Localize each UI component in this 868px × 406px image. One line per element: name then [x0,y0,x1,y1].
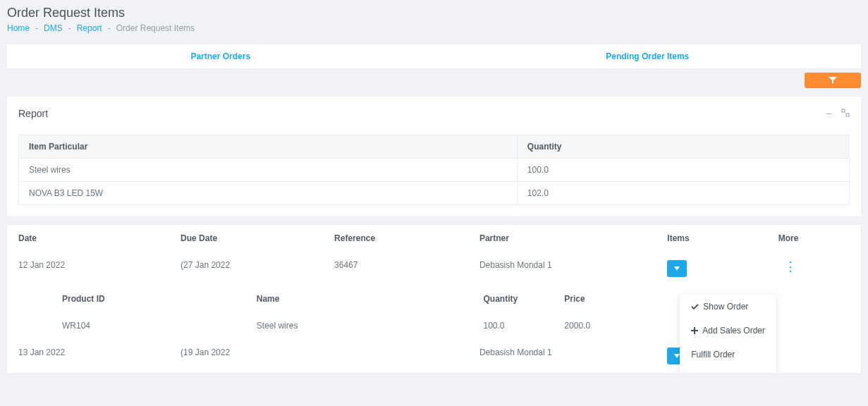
col-reference: Reference [323,225,468,252]
report-title: Report [18,108,48,119]
report-table: Item Particular Quantity Steel wires 100… [18,135,850,205]
cell-product-id: WR104 [51,312,245,339]
cell-date: 12 Jan 2022 [7,252,169,285]
col-item-particular: Item Particular [19,135,518,159]
breadcrumb-sep: - [68,23,71,33]
filter-button[interactable] [805,73,861,88]
menu-add-sales-order[interactable]: Add Sales Order [680,319,776,343]
menu-fulfill-order[interactable]: Fulfill Order [680,343,776,367]
table-row: Steel wires 100.0 [19,159,850,182]
col-qty: Quantity [472,285,553,312]
tab-partner-orders[interactable]: Partner Orders [7,44,434,68]
more-menu-button[interactable]: ⋮ [778,257,802,276]
menu-show-order[interactable]: Show Order [680,295,776,319]
menu-label: Fulfill Order [691,350,735,359]
cell-item: Steel wires [19,159,518,182]
svg-marker-0 [829,77,837,84]
table-row: 12 Jan 2022 (27 Jan 2022 36467 Debasish … [7,252,861,285]
table-row: NOVA B3 LED 15W 102.0 [19,182,850,205]
breadcrumb-sep: - [35,23,38,33]
tabs: Partner Orders Pending Order Items [7,44,861,68]
cell-qty: 102.0 [517,182,849,205]
col-price: Price [553,285,674,312]
col-due-date: Due Date [169,225,323,252]
cell-due: (27 Jan 2022 [169,252,323,285]
page-title: Order Request Items [7,6,861,20]
col-quantity: Quantity [517,135,849,159]
cell-item: NOVA B3 LED 15W [19,182,518,205]
cell-qty: 100.0 [472,312,553,339]
caret-down-icon [674,354,680,358]
more-menu: Show Order Add Sales Order Fulfill Order… [680,295,776,373]
breadcrumb-sep: - [108,23,111,33]
menu-label: Show Order [703,302,748,312]
breadcrumb-home[interactable]: Home [7,23,30,33]
svg-marker-6 [674,354,680,358]
breadcrumb-current: Order Request Items [116,23,195,33]
menu-label: Add Sales Order [702,326,765,336]
cell-ref [323,339,468,373]
col-items: Items [656,225,766,252]
cell-date: 13 Jan 2022 [7,339,169,373]
cell-qty: 100.0 [517,159,849,182]
check-icon [691,304,699,310]
col-product-id: Product ID [51,285,245,312]
expand-icon[interactable] [841,109,850,118]
caret-down-icon [674,266,680,271]
svg-rect-2 [846,113,849,116]
breadcrumb: Home - DMS - Report - Order Request Item… [7,23,861,33]
tab-pending-order-items[interactable]: Pending Order Items [434,44,862,68]
report-card: Report – Item Particular Quantity Steel … [7,97,861,216]
cell-partner: Debasish Mondal 1 [468,252,656,285]
filter-icon [829,77,837,84]
svg-rect-1 [842,109,845,112]
cell-price: 2000.0 [553,312,674,339]
cell-name: Steel wires [245,312,472,339]
cell-partner: Debasish Mondal 1 [468,339,656,373]
cell-ref: 36467 [323,252,468,285]
svg-marker-3 [674,266,680,271]
col-date: Date [7,225,169,252]
orders-card: Date Due Date Reference Partner Items Mo… [7,225,861,373]
plus-icon [691,327,698,334]
cell-due: (19 Jan 2022 [169,339,323,373]
breadcrumb-dms[interactable]: DMS [44,23,63,33]
minimize-icon[interactable]: – [826,109,831,118]
col-partner: Partner [468,225,656,252]
breadcrumb-report[interactable]: Report [77,23,102,33]
col-name: Name [245,285,472,312]
menu-stock-buildup[interactable]: Stock Buildup [680,367,776,373]
items-toggle-button[interactable] [667,260,687,277]
col-more: More [767,225,861,252]
